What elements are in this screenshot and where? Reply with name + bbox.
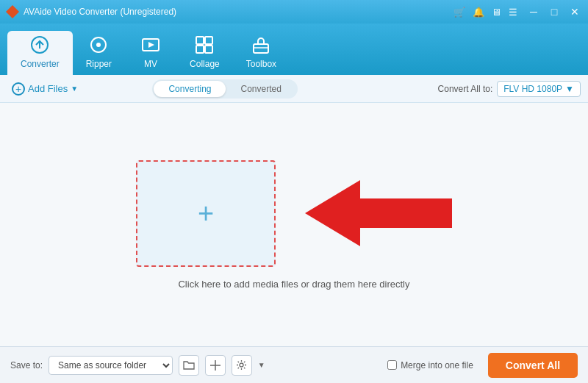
svg-point-14 xyxy=(240,363,243,367)
svg-rect-8 xyxy=(205,46,212,53)
collage-icon xyxy=(195,35,214,57)
toolbar: + Add Files ▼ Converting Converted Conve… xyxy=(0,75,588,103)
converter-icon xyxy=(30,35,49,57)
cut-icon-button[interactable] xyxy=(205,355,226,376)
drop-area[interactable]: + xyxy=(136,160,276,267)
tab-group: Converting Converted xyxy=(152,79,297,99)
navbar: Converter Ripper MV xyxy=(0,24,588,75)
drop-hint-text: Click here to add media files or drag th… xyxy=(178,279,409,290)
svg-rect-5 xyxy=(196,37,204,44)
folder-browse-button[interactable] xyxy=(179,355,199,376)
monitor-icon[interactable]: 🖥 xyxy=(492,7,501,18)
svg-rect-6 xyxy=(205,37,212,44)
nav-label-collage: Collage xyxy=(190,59,220,69)
add-files-label: Add Files xyxy=(28,83,68,94)
footer: Save to: Same as source folder ▼ Merge i… xyxy=(0,346,588,383)
convert-all-to-label: Convert All to: xyxy=(438,84,493,94)
nav-label-ripper: Ripper xyxy=(86,59,112,69)
svg-rect-7 xyxy=(196,46,204,53)
tab-converting[interactable]: Converting xyxy=(154,81,226,97)
window-controls: ─ □ ✕ xyxy=(526,6,582,18)
add-files-dropdown-arrow: ▼ xyxy=(71,85,78,93)
svg-point-3 xyxy=(96,43,101,47)
merge-checkbox-group: Merge into one file xyxy=(387,360,473,371)
format-value: FLV HD 1080P xyxy=(503,84,562,94)
toolbox-icon xyxy=(251,35,270,57)
app-title: AVAide Video Converter (Unregistered) xyxy=(24,7,453,17)
cart-icon[interactable]: 🛒 xyxy=(453,7,465,18)
format-select[interactable]: FLV HD 1080P ▼ xyxy=(497,81,581,97)
red-arrow xyxy=(305,180,452,246)
convert-all-to-group: Convert All to: FLV HD 1080P ▼ xyxy=(438,81,581,97)
nav-item-converter[interactable]: Converter xyxy=(7,31,73,75)
tab-converted[interactable]: Converted xyxy=(226,81,295,97)
nav-item-ripper[interactable]: Ripper xyxy=(73,31,125,75)
save-to-label: Save to: xyxy=(10,360,43,371)
titlebar: AVAide Video Converter (Unregistered) 🛒 … xyxy=(0,0,588,24)
minimize-button[interactable]: ─ xyxy=(526,6,541,18)
main-content: + Click here to add media files or drag … xyxy=(0,103,588,346)
svg-rect-9 xyxy=(254,44,268,53)
drop-area-wrapper: + xyxy=(136,160,452,267)
convert-all-button[interactable]: Convert All xyxy=(488,353,578,378)
nav-item-mv[interactable]: MV xyxy=(125,31,176,75)
nav-label-toolbox: Toolbox xyxy=(246,59,276,69)
bell-icon[interactable]: 🔔 xyxy=(473,7,484,18)
mv-icon xyxy=(141,35,160,57)
format-dropdown-arrow: ▼ xyxy=(565,84,574,94)
app-logo xyxy=(6,5,19,18)
drop-plus-icon: + xyxy=(198,199,214,227)
svg-marker-11 xyxy=(305,180,452,246)
add-files-button[interactable]: + Add Files ▼ xyxy=(7,80,82,98)
save-to-select[interactable]: Same as source folder xyxy=(49,356,173,375)
menu-icon[interactable]: ☰ xyxy=(509,7,517,18)
nav-label-mv: MV xyxy=(144,59,157,69)
nav-item-toolbox[interactable]: Toolbox xyxy=(233,31,290,75)
merge-checkbox[interactable] xyxy=(387,360,397,370)
window-utility-icons: 🛒 🔔 🖥 ☰ xyxy=(453,7,517,18)
close-button[interactable]: ✕ xyxy=(567,6,582,18)
ripper-icon xyxy=(89,35,108,57)
add-files-plus-icon: + xyxy=(12,82,25,96)
nav-item-collage[interactable]: Collage xyxy=(176,31,233,75)
nav-label-converter: Converter xyxy=(21,59,60,69)
settings-icon-button[interactable] xyxy=(232,355,252,376)
merge-label: Merge into one file xyxy=(401,360,473,371)
settings-dropdown-arrow: ▼ xyxy=(258,361,265,369)
maximize-button[interactable]: □ xyxy=(547,6,562,18)
